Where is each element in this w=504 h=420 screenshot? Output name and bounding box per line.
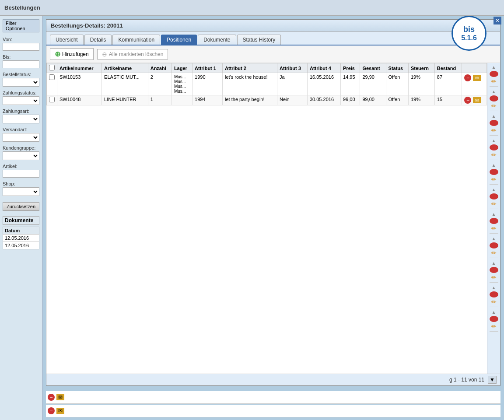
bottom-section: − ✉ − ✉ — [42, 389, 504, 420]
rc-pen-3[interactable]: ✏ — [490, 152, 498, 158]
rc-minus-4[interactable] — [490, 169, 498, 175]
table-row: SW10048LINE HUNTER11994let the party beg… — [47, 95, 487, 105]
cell-preis: 14,95 — [341, 73, 360, 95]
rc-pen-9[interactable]: ✏ — [490, 299, 498, 305]
rc-minus-7[interactable] — [490, 242, 498, 248]
rc-group-1: ▲✏ — [490, 89, 498, 111]
cell-lager: Mus... Mus... Mus... Mus... — [172, 73, 192, 95]
rc-arrow-0[interactable]: ▲ — [492, 65, 496, 70]
row-envelope-btn-0[interactable]: ✉ — [473, 75, 481, 81]
tab-details[interactable]: Details — [84, 35, 112, 45]
bottom-envelope-btn-1[interactable]: ✉ — [56, 394, 64, 400]
bottom-minus-btn-2[interactable]: − — [48, 407, 55, 414]
input-artikel[interactable] — [3, 170, 39, 178]
select-kundengruppe[interactable] — [3, 151, 39, 160]
col-attribut1: Attribut 1 — [192, 63, 223, 73]
rc-arrow-2[interactable]: ▲ — [492, 114, 496, 119]
select-shop[interactable] — [3, 187, 39, 196]
tab-kommunikation[interactable]: Kommunikation — [112, 35, 160, 45]
row-checkbox-0[interactable] — [49, 74, 55, 80]
rc-group-5: ▲✏ — [490, 187, 498, 209]
row-minus-btn-0[interactable]: − — [464, 74, 471, 81]
sidebar-field-zahlungsart: Zahlungsart: — [3, 108, 39, 123]
rc-pen-1[interactable]: ✏ — [490, 103, 498, 109]
rc-group-3: ▲✏ — [490, 138, 498, 160]
rc-minus-2[interactable] — [490, 120, 498, 126]
rc-group-6: ▲✏ — [490, 212, 498, 234]
cell-artikelname: LINE HUNTER — [102, 95, 148, 105]
sidebar-field-zahlungsstatus: Zahlungsstatus: — [3, 90, 39, 105]
rc-minus-10[interactable] — [490, 316, 498, 322]
tab-status-history[interactable]: Status History — [237, 35, 281, 45]
rc-minus-5[interactable] — [490, 193, 498, 200]
rc-minus-9[interactable] — [490, 291, 498, 298]
rc-arrow-7[interactable]: ▲ — [492, 236, 496, 241]
add-button[interactable]: ⊕ Hinzufügen — [50, 48, 94, 60]
select-bestellstatus[interactable] — [3, 78, 39, 87]
rc-pen-6[interactable]: ✏ — [490, 225, 498, 231]
col-attribut3: Attribut 3 — [277, 63, 307, 73]
cell-anzahl: 2 — [148, 73, 172, 95]
select-versandart[interactable] — [3, 133, 39, 142]
cell-artikelnummer: SW10048 — [57, 95, 102, 105]
tab-dokumente[interactable]: Dokumente — [198, 35, 236, 45]
label-von: Von: — [3, 37, 39, 42]
rc-minus-8[interactable] — [490, 267, 498, 273]
rc-arrow-3[interactable]: ▲ — [492, 138, 496, 143]
toolbar: ⊕ Hinzufügen ⊖ Alle markierten löschen — [46, 46, 500, 63]
col-actions — [462, 63, 487, 73]
rc-minus-1[interactable] — [490, 95, 498, 102]
delete-marked-button[interactable]: ⊖ Alle markierten löschen — [97, 49, 168, 60]
cell-attribut4: 30.05.2016 — [307, 95, 340, 105]
rc-arrow-4[interactable]: ▲ — [492, 163, 496, 168]
rc-arrow-10[interactable]: ▲ — [492, 310, 496, 315]
rc-arrow-1[interactable]: ▲ — [492, 89, 496, 94]
tab-übersicht[interactable]: Übersicht — [50, 35, 84, 45]
row-checkbox-1[interactable] — [49, 97, 55, 102]
rc-minus-6[interactable] — [490, 218, 498, 224]
sidebar-field-versandart: Versandart: — [3, 127, 39, 142]
dok-row: 12.05.2016 — [3, 242, 39, 249]
select-zahlungsart[interactable] — [3, 115, 39, 123]
rc-arrow-6[interactable]: ▲ — [492, 212, 496, 217]
rc-pen-0[interactable]: ✏ — [490, 78, 498, 84]
rc-arrow-9[interactable]: ▲ — [492, 285, 496, 290]
bottom-minus-btn-1[interactable]: − — [48, 394, 55, 401]
pagination-text: g 1 - 11 von 11 — [449, 377, 484, 383]
label-zahlungsstatus: Zahlungsstatus: — [3, 90, 39, 95]
rc-pen-7[interactable]: ✏ — [490, 250, 498, 256]
select-all-checkbox[interactable] — [49, 65, 55, 70]
cell-status: Offen — [386, 95, 408, 105]
rc-arrow-5[interactable]: ▲ — [492, 187, 496, 192]
cell-steuer: 19% — [408, 73, 434, 95]
select-zahlungsstatus[interactable] — [3, 96, 39, 105]
rc-pen-8[interactable]: ✏ — [490, 274, 498, 280]
rc-arrow-8[interactable]: ▲ — [492, 261, 496, 266]
bottom-envelope-btn-2[interactable]: ✉ — [56, 408, 64, 414]
dok-row: 12.05.2016 — [3, 234, 39, 242]
rc-minus-0[interactable] — [490, 71, 498, 77]
row-envelope-btn-1[interactable]: ✉ — [473, 97, 481, 103]
rc-pen-5[interactable]: ✏ — [490, 201, 498, 207]
rc-group-7: ▲✏ — [490, 236, 498, 258]
input-bis[interactable] — [3, 60, 39, 68]
reset-button[interactable]: Zurücksetzen — [3, 202, 39, 211]
tab-positionen[interactable]: Positionen — [161, 35, 197, 45]
close-button[interactable]: ✕ — [494, 17, 501, 24]
pagination-arrow[interactable]: ▼ — [488, 376, 497, 384]
rc-pen-10[interactable]: ✏ — [490, 323, 498, 329]
cell-attribut2: let the party begin! — [223, 95, 277, 105]
pagination-bar: g 1 - 11 von 11 ▼ — [46, 374, 500, 385]
cell-actions: −✉ — [462, 73, 487, 95]
cell-steuer: 19% — [408, 95, 434, 105]
cell-status: Offen — [386, 73, 408, 95]
version-number: 5.1.6 — [461, 34, 477, 42]
sidebar-field-von: Von: — [3, 37, 39, 51]
rc-pen-4[interactable]: ✏ — [490, 176, 498, 182]
col-status: Status — [386, 63, 408, 73]
filter-options-btn[interactable]: Filter Optionen — [3, 19, 39, 32]
input-von[interactable] — [3, 43, 39, 51]
rc-pen-2[interactable]: ✏ — [490, 127, 498, 133]
row-minus-btn-1[interactable]: − — [464, 97, 471, 104]
rc-minus-3[interactable] — [490, 144, 498, 150]
